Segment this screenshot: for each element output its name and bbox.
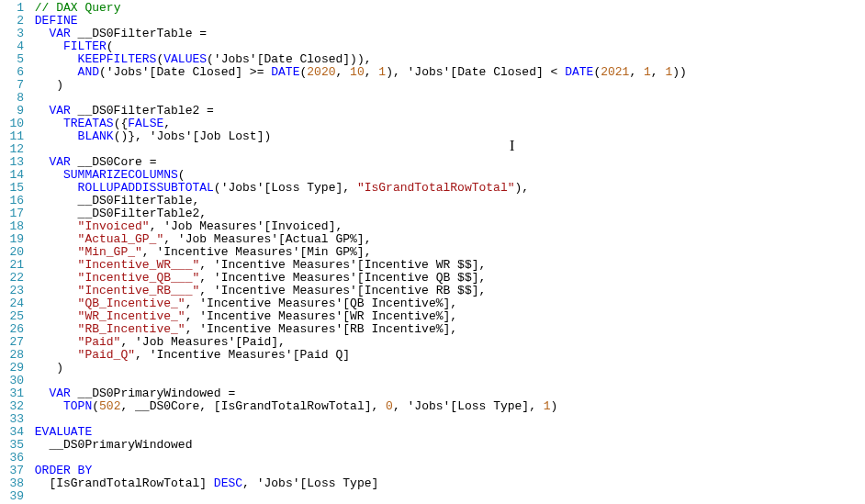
line-number: 1 — [0, 2, 28, 15]
line-number: 18 — [0, 220, 28, 233]
code-line: 11 BLANK()}, 'Jobs'[Job Lost]) — [0, 130, 865, 143]
code-line: 36 — [0, 452, 865, 465]
code-line: 9 VAR __DS0FilterTable2 = — [0, 105, 865, 118]
line-number: 12 — [0, 143, 28, 156]
line-number: 21 — [0, 259, 28, 272]
code-line: 17 __DS0FilterTable2, — [0, 207, 865, 220]
line-number: 27 — [0, 336, 28, 349]
code-line: 27 "Paid", 'Job Measures'[Paid], — [0, 336, 865, 349]
code-line: 29 ) — [0, 362, 865, 375]
code-line: 24 "QB_Incentive_", 'Incentive Measures'… — [0, 297, 865, 310]
code-line: 14 SUMMARIZECOLUMNS( — [0, 169, 865, 182]
line-number: 16 — [0, 195, 28, 207]
line-number: 6 — [0, 66, 28, 79]
code-line: 18 "Invoiced", 'Job Measures'[Invoiced], — [0, 220, 865, 233]
code-line: 39 — [0, 490, 865, 503]
line-number: 4 — [0, 40, 28, 53]
line-number: 5 — [0, 53, 28, 66]
line-number: 17 — [0, 207, 28, 220]
code-line: 6 AND('Jobs'[Date Closed] >= DATE(2020, … — [0, 66, 865, 79]
code-editor[interactable]: 1 // DAX Query 2 DEFINE 3 VAR __DS0Filte… — [0, 0, 865, 503]
code-line: 21 "Incentive_WR___", 'Incentive Measure… — [0, 259, 865, 272]
code-line: 3 VAR __DS0FilterTable = — [0, 28, 865, 40]
line-number: 8 — [0, 92, 28, 105]
line-number: 36 — [0, 452, 28, 465]
line-number: 25 — [0, 310, 28, 323]
line-number: 38 — [0, 477, 28, 490]
code-line: 28 "Paid_Q", 'Incentive Measures'[Paid Q… — [0, 349, 865, 362]
code-line: 25 "WR_Incentive_", 'Incentive Measures'… — [0, 310, 865, 323]
line-number: 37 — [0, 465, 28, 477]
code-line: 22 "Incentive_QB___", 'Incentive Measure… — [0, 272, 865, 285]
code-line: 34 EVALUATE — [0, 426, 865, 439]
code-line: 31 VAR __DS0PrimaryWindowed = — [0, 387, 865, 400]
code-line: 19 "Actual_GP_", 'Job Measures'[Actual G… — [0, 233, 865, 246]
code-line: 16 __DS0FilterTable, — [0, 195, 865, 207]
line-number: 29 — [0, 362, 28, 375]
line-number: 28 — [0, 349, 28, 362]
code-line: 20 "Min_GP_", 'Incentive Measures'[Min G… — [0, 246, 865, 259]
code-line: 10 TREATAS({FALSE, — [0, 118, 865, 130]
line-number: 30 — [0, 375, 28, 387]
line-number: 33 — [0, 413, 28, 426]
code-line: 4 FILTER( — [0, 40, 865, 53]
line-number: 14 — [0, 169, 28, 182]
line-number: 20 — [0, 246, 28, 259]
line-number: 24 — [0, 297, 28, 310]
code-line: 13 VAR __DS0Core = — [0, 156, 865, 169]
line-number: 35 — [0, 439, 28, 452]
code-line: 32 TOPN(502, __DS0Core, [IsGrandTotalRow… — [0, 400, 865, 413]
code-line: 5 KEEPFILTERS(VALUES('Jobs'[Date Closed]… — [0, 53, 865, 66]
line-number: 11 — [0, 130, 28, 143]
line-number: 7 — [0, 79, 28, 92]
line-number: 22 — [0, 272, 28, 285]
line-number: 26 — [0, 323, 28, 336]
code-line: 23 "Incentive_RB___", 'Incentive Measure… — [0, 285, 865, 297]
code-line: 2 DEFINE — [0, 15, 865, 28]
code-line: 30 — [0, 375, 865, 387]
line-number: 9 — [0, 105, 28, 118]
line-number: 15 — [0, 182, 28, 195]
line-number: 32 — [0, 400, 28, 413]
line-number: 23 — [0, 285, 28, 297]
code-line: 35 __DS0PrimaryWindowed — [0, 439, 865, 452]
code-line: 1 // DAX Query — [0, 2, 865, 15]
line-number: 34 — [0, 426, 28, 439]
line-number: 39 — [0, 490, 28, 503]
line-number: 3 — [0, 28, 28, 40]
code-line: 7 ) — [0, 79, 865, 92]
line-number: 2 — [0, 15, 28, 28]
text-cursor-icon: I — [510, 138, 514, 154]
code-line: 33 — [0, 413, 865, 426]
line-number: 31 — [0, 387, 28, 400]
code-line: 37 ORDER BY — [0, 465, 865, 477]
line-number: 19 — [0, 233, 28, 246]
line-number: 10 — [0, 118, 28, 130]
line-number: 13 — [0, 156, 28, 169]
code-line: 26 "RB_Incentive_", 'Incentive Measures'… — [0, 323, 865, 336]
code-line: 15 ROLLUPADDISSUBTOTAL('Jobs'[Loss Type]… — [0, 182, 865, 195]
code-line: 12 — [0, 143, 865, 156]
code-line: 8 — [0, 92, 865, 105]
code-line: 38 [IsGrandTotalRowTotal] DESC, 'Jobs'[L… — [0, 477, 865, 490]
